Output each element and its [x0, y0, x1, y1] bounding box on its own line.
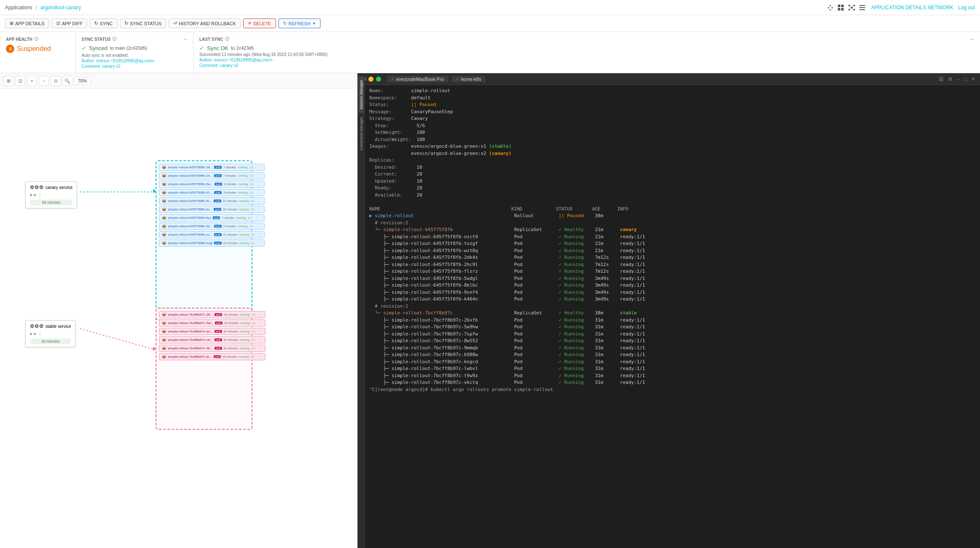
- terminal-tab-2[interactable]: ✓ home-k8s: [452, 76, 485, 82]
- zoom-fit-button[interactable]: ⊙: [50, 76, 61, 86]
- canary-pod-6[interactable]: 📦simple-rollout-645f75f8fb-flszpod7 minu…: [159, 214, 265, 221]
- svg-line-16: [852, 8, 854, 10]
- terminal-tab-1[interactable]: ✓ evescndeMacBook-Pro: [387, 76, 448, 82]
- canary-service-menu[interactable]: ⋮: [37, 192, 42, 198]
- delete-icon: ✕: [248, 21, 252, 26]
- history-icon: ⏎: [173, 21, 177, 26]
- svg-rect-7: [841, 8, 844, 11]
- last-sync-section: LAST SYNC ⓘ ··· ✓ Sync OK to 2c423d5 Suc…: [193, 32, 980, 73]
- zoom-out-button[interactable]: −: [39, 76, 49, 86]
- app-name: argorollout-canary: [40, 5, 81, 11]
- canary-pod-1[interactable]: 📦simple-rollout-645f75f8fb-2h...pod7 min…: [159, 172, 265, 179]
- stable-pod-4[interactable]: 📦simple-rollout-7bcff8b97c-4k...pod30 mi…: [159, 345, 265, 352]
- refresh-button[interactable]: ↻ REFRESH ▼: [278, 19, 320, 28]
- topology-icon[interactable]: [826, 4, 834, 11]
- svg-rect-1: [832, 7, 833, 8]
- last-sync-label: LAST SYNC ⓘ ···: [199, 36, 974, 42]
- top-nav: Applications / argorollout-canary APPLIC…: [0, 0, 980, 15]
- canary-pod-2[interactable]: 📦simple-rollout-645f75f8fb-5w...pod3 min…: [159, 181, 265, 188]
- stable-service-node[interactable]: ⚙⚙⚙ stable service ♥ ♥ ⋮ 38 minutes: [25, 320, 76, 347]
- view-icons: [826, 4, 869, 11]
- svg-line-13: [849, 5, 852, 8]
- grid-icon[interactable]: [837, 4, 845, 11]
- zoom-in-button[interactable]: +: [27, 76, 37, 86]
- side-tabs: Session Manager Command Manager: [358, 73, 365, 548]
- sync-status-info-icon[interactable]: ⓘ: [112, 36, 117, 42]
- zoom-magnify-button[interactable]: 🔍: [62, 76, 72, 86]
- stable-pod-3[interactable]: 📦simple-rollout-7bcff8b97c-c6...pod30 mi…: [159, 336, 265, 343]
- sync-status-menu[interactable]: ···: [184, 37, 187, 42]
- app-details-button[interactable]: ⊞ APP DETAILS: [5, 19, 49, 28]
- synced-check-icon: ✓: [82, 45, 87, 51]
- terminal-content[interactable]: Name: simple-rollout Namespace: default …: [358, 85, 980, 548]
- canary-pod-7[interactable]: 📦simple-rollout-645f75f8fb-4k...pod3 min…: [159, 223, 265, 230]
- history-rollback-button[interactable]: ⏎ HISTORY AND ROLLBACK: [169, 19, 241, 28]
- stable-service-menu[interactable]: ⋮: [37, 331, 42, 337]
- canary-pod-5[interactable]: 📦simple-rollout-645f75f8fb-bv...pod23 mi…: [159, 206, 265, 213]
- canary-pod-0[interactable]: 📦simple-rollout-645f75f8fb-28...pod7 min…: [159, 164, 265, 171]
- canary-pod-4[interactable]: 📦simple-rollout-645f75f8fb-9v...pod21 mi…: [159, 197, 265, 205]
- list-icon[interactable]: [858, 4, 866, 11]
- stable-pod-1[interactable]: 📦simple-rollout-7bcff8b97c-5w...pod30 mi…: [159, 319, 265, 327]
- canary-service-node[interactable]: ⚙⚙⚙ canary service ♥ ♥ ⋮ 58 minutes: [25, 181, 77, 208]
- graph-canvas[interactable]: ⚙⚙⚙ canary service ♥ ♥ ⋮ 58 minutes ⚙⚙⚙ …: [0, 89, 357, 548]
- status-bar: APP HEALTH ⓘ ⏸ Suspended SYNC STATUS ⓘ ·…: [0, 32, 980, 73]
- traffic-light-yellow[interactable]: [368, 77, 373, 82]
- stable-pod-5[interactable]: 📦simple-rollout-7bcff8b97c-le...pod30 mi…: [159, 353, 265, 360]
- last-sync-info-icon[interactable]: ⓘ: [225, 36, 229, 42]
- terminal-icons: ⛓ ⚙ − □ ✕: [938, 76, 977, 82]
- sync-button[interactable]: ↻ SYNC: [90, 19, 117, 28]
- stable-pods-group: 📦simple-rollout-7bcff8b97c-26...pod30 mi…: [159, 311, 265, 362]
- terminal-close-icon[interactable]: ✕: [970, 76, 977, 82]
- canary-pod-8[interactable]: 📦simple-rollout-645f75f8fb-nz...pod21 mi…: [159, 231, 265, 238]
- app-details-icon: ⊞: [10, 21, 13, 26]
- svg-rect-17: [859, 5, 865, 6]
- sync-auto-note: Auto sync is not enabled.: [82, 53, 187, 58]
- terminal-chain-icon[interactable]: ⛓: [938, 76, 945, 82]
- breadcrumb: Applications / argorollout-canary: [5, 5, 81, 11]
- canary-pods-group: 📦simple-rollout-645f75f8fb-28...pod7 min…: [159, 164, 265, 248]
- canary-pod-9[interactable]: 📦simple-rollout-645f75f8fb-bxgfpod23 min…: [159, 239, 265, 247]
- terminal-panel: Session Manager Command Manager ✓ evescn…: [358, 73, 980, 548]
- graph-toolbar: ⊞ ⊡ + − ⊙ 🔍 70%: [0, 73, 357, 89]
- sync-status-icon: ↻: [124, 21, 128, 26]
- sync-status-label: SYNC STATUS ⓘ ···: [82, 36, 187, 42]
- suspended-icon: ⏸: [6, 45, 14, 53]
- health-value: ⏸ Suspended: [6, 45, 69, 53]
- stable-pod-0[interactable]: 📦simple-rollout-7bcff8b97c-26...pod30 mi…: [159, 311, 265, 318]
- last-sync-menu[interactable]: ···: [971, 37, 974, 42]
- breadcrumb-sep: /: [36, 5, 37, 11]
- terminal-maximize-icon[interactable]: □: [963, 76, 968, 82]
- traffic-light-green[interactable]: [376, 77, 381, 82]
- delete-button[interactable]: ✕ DELETE: [243, 19, 276, 28]
- logout-link[interactable]: Log out: [958, 5, 975, 11]
- app-health-label: APP HEALTH ⓘ: [6, 36, 69, 42]
- app-health-info-icon[interactable]: ⓘ: [34, 36, 38, 42]
- refresh-dropdown-icon: ▼: [312, 21, 316, 26]
- sync-status-button[interactable]: ↻ SYNC STATUS: [120, 19, 166, 28]
- svg-line-21: [80, 329, 156, 350]
- svg-rect-5: [841, 5, 844, 7]
- applications-link[interactable]: Applications: [5, 5, 32, 11]
- main-content: ⊞ ⊡ + − ⊙ 🔍 70%: [0, 73, 980, 548]
- svg-rect-6: [838, 8, 840, 11]
- terminal-minimize-icon[interactable]: −: [956, 76, 961, 82]
- sync-comment: Comment: canary v2: [82, 64, 187, 69]
- svg-line-15: [849, 8, 852, 10]
- svg-rect-19: [859, 9, 865, 10]
- app-diff-button[interactable]: ⊡ APP DIFF: [52, 19, 87, 28]
- stable-pod-2[interactable]: 📦simple-rollout-7bcff8b97c-lm...pod30 mi…: [159, 328, 265, 335]
- layout-button[interactable]: ⊞: [3, 76, 13, 86]
- fit-button[interactable]: ⊡: [15, 76, 25, 86]
- canary-pod-3[interactable]: 📦simple-rollout-645f75f8fb-81...pod3 min…: [159, 189, 265, 196]
- diff-icon: ⊡: [56, 21, 60, 26]
- session-manager-tab[interactable]: Session Manager: [358, 77, 364, 113]
- sync-ok-comment: Comment: canary v2: [199, 63, 974, 68]
- svg-rect-3: [829, 9, 831, 11]
- command-manager-tab[interactable]: Command Manager: [358, 114, 364, 154]
- network-icon[interactable]: [848, 4, 856, 11]
- terminal-settings-icon[interactable]: ⚙: [947, 76, 954, 82]
- sync-status-section: SYNC STATUS ⓘ ··· ✓ Synced to main (2c42…: [76, 32, 193, 73]
- svg-line-14: [852, 5, 854, 8]
- svg-rect-2: [829, 5, 831, 6]
